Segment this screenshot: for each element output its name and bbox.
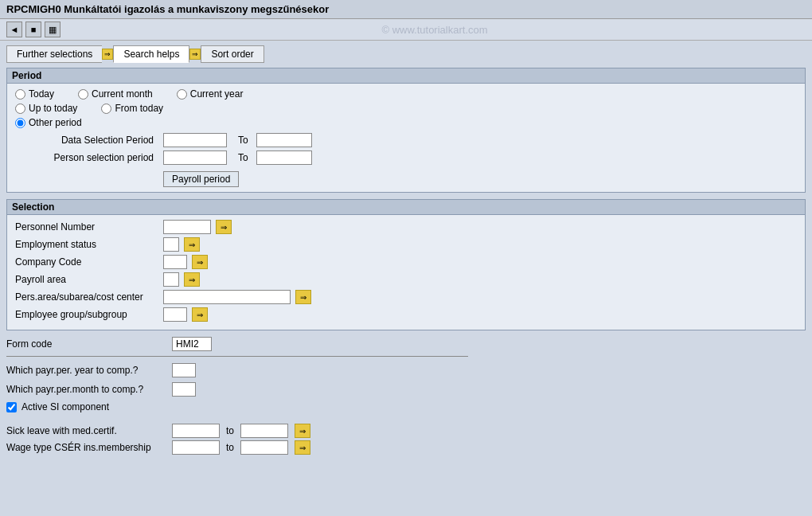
active-si-checkbox[interactable] xyxy=(6,402,17,412)
radio-up-to-today[interactable] xyxy=(15,104,25,114)
separator-line xyxy=(6,356,468,357)
search-helps-label: Search helps xyxy=(123,49,179,60)
main-content: Further selections ⇒ Search helps ⇒ Sort… xyxy=(0,41,812,462)
tab-sort-order[interactable]: Sort order xyxy=(201,45,264,63)
selection-section-title: Selection xyxy=(7,200,805,215)
further-selections-label: Further selections xyxy=(17,49,92,60)
employee-group-arrow[interactable]: ⇒ xyxy=(192,307,208,322)
period-section: Period Today Current month Current year xyxy=(6,68,806,193)
other-period-row: Other period xyxy=(15,117,797,128)
pers-area-input[interactable] xyxy=(163,290,291,304)
forward-icon[interactable]: ■ xyxy=(25,22,41,37)
selection-section-body: Personnel Number ⇒ Employment status ⇒ C… xyxy=(7,215,805,330)
tab-arrow-2: ⇒ xyxy=(189,49,201,60)
employment-status-arrow[interactable]: ⇒ xyxy=(184,237,200,252)
company-code-arrow[interactable]: ⇒ xyxy=(192,255,208,269)
data-selection-from-input[interactable] xyxy=(163,133,227,147)
which-year-row: Which payr.per. year to comp.? xyxy=(6,363,806,377)
company-code-label: Company Code xyxy=(15,256,158,268)
data-selection-period-row: Data Selection Period To xyxy=(31,133,797,147)
radio-today[interactable] xyxy=(15,89,25,100)
sick-leave-arrow[interactable]: ⇒ xyxy=(295,424,310,438)
active-si-row: Active SI component xyxy=(6,401,806,412)
wage-type-from-input[interactable] xyxy=(172,440,220,455)
period-section-title: Period xyxy=(7,68,805,84)
employment-status-row: Employment status ⇒ xyxy=(15,237,797,252)
personnel-number-arrow[interactable]: ⇒ xyxy=(216,220,232,234)
period-radio-row-1: Today Current month Current year xyxy=(15,88,797,100)
data-selection-period-label: Data Selection Period xyxy=(31,135,158,146)
period-radio-row-2: Up to today From today xyxy=(15,103,797,114)
radio-from-today[interactable] xyxy=(101,104,111,114)
form-code-row: Form code xyxy=(6,337,806,351)
radio-up-to-today-label[interactable]: Up to today xyxy=(15,103,77,114)
form-code-label: Form code xyxy=(6,338,166,350)
radio-other-period-label[interactable]: Other period xyxy=(15,117,82,128)
payroll-area-arrow[interactable]: ⇒ xyxy=(184,272,200,287)
wage-type-row: Wage type CSÉR ins.membership to ⇒ xyxy=(6,440,806,455)
data-selection-to-input[interactable] xyxy=(256,133,312,147)
payroll-area-input[interactable] xyxy=(163,272,179,287)
employee-group-row: Employee group/subgroup ⇒ xyxy=(15,307,797,322)
watermark-text: © www.tutorialkart.com xyxy=(64,24,806,36)
period-section-body: Today Current month Current year Up to t… xyxy=(7,84,805,192)
which-month-input[interactable] xyxy=(172,382,196,397)
back-icon[interactable]: ◄ xyxy=(6,22,22,37)
radio-other-period[interactable] xyxy=(15,118,25,128)
company-code-row: Company Code ⇒ xyxy=(15,255,797,269)
employee-group-label: Employee group/subgroup xyxy=(15,309,158,320)
pers-area-arrow[interactable]: ⇒ xyxy=(295,290,311,304)
period-fields: Data Selection Period To Person selectio… xyxy=(31,133,797,187)
sick-leave-from-input[interactable] xyxy=(172,424,220,438)
selection-section: Selection Personnel Number ⇒ Employment … xyxy=(6,199,806,330)
employment-status-input[interactable] xyxy=(163,237,179,252)
wage-type-to-input[interactable] xyxy=(240,440,288,455)
sick-leave-to-input[interactable] xyxy=(240,424,288,438)
personnel-number-row: Personnel Number ⇒ xyxy=(15,220,797,234)
person-selection-period-row: Person selection period To xyxy=(31,150,797,165)
tab-bar: Further selections ⇒ Search helps ⇒ Sort… xyxy=(6,45,806,63)
sick-leave-to-label: to xyxy=(226,425,234,436)
radio-current-year-label[interactable]: Current year xyxy=(177,88,244,100)
wage-type-label: Wage type CSÉR ins.membership xyxy=(6,442,166,453)
which-month-row: Which payr.per.month to comp.? xyxy=(6,382,806,397)
tab-further-selections[interactable]: Further selections xyxy=(6,45,102,63)
wage-type-to-label: to xyxy=(226,442,234,453)
radio-current-month-label[interactable]: Current month xyxy=(78,88,153,100)
active-si-label: Active SI component xyxy=(21,401,109,412)
person-selection-to-input[interactable] xyxy=(256,150,312,165)
window-title: RPCMIGH0 Munkáltatói igazolás a munkavis… xyxy=(6,3,329,15)
save-icon[interactable]: ▦ xyxy=(45,22,61,37)
wage-type-arrow[interactable]: ⇒ xyxy=(295,440,310,455)
company-code-input[interactable] xyxy=(163,255,187,269)
person-selection-period-label: Person selection period xyxy=(31,152,158,163)
which-month-label: Which payr.per.month to comp.? xyxy=(6,384,166,395)
radio-current-month[interactable] xyxy=(78,89,88,100)
payroll-area-row: Payroll area ⇒ xyxy=(15,272,797,287)
sick-leave-label: Sick leave with med.certif. xyxy=(6,425,166,436)
payroll-area-label: Payroll area xyxy=(15,274,158,285)
title-bar: RPCMIGH0 Munkáltatói igazolás a munkavis… xyxy=(0,0,812,19)
payroll-period-button[interactable]: Payroll period xyxy=(163,171,239,187)
data-sel-to-label: To xyxy=(238,135,248,146)
employee-group-input[interactable] xyxy=(163,307,187,322)
toolbar: ◄ ■ ▦ © www.tutorialkart.com xyxy=(0,19,812,41)
radio-today-label[interactable]: Today xyxy=(15,88,54,100)
sort-order-label: Sort order xyxy=(211,49,253,60)
which-year-input[interactable] xyxy=(172,363,196,377)
form-code-input[interactable] xyxy=(172,337,212,351)
radio-current-year[interactable] xyxy=(177,89,187,100)
tab-arrow-1: ⇒ xyxy=(102,49,113,60)
radio-from-today-label[interactable]: From today xyxy=(101,103,163,114)
personnel-number-input[interactable] xyxy=(163,220,211,234)
employment-status-label: Employment status xyxy=(15,239,158,250)
sick-leave-row: Sick leave with med.certif. to ⇒ xyxy=(6,424,806,438)
pers-area-row: Pers.area/subarea/cost center ⇒ xyxy=(15,290,797,304)
which-year-label: Which payr.per. year to comp.? xyxy=(6,365,166,376)
person-selection-from-input[interactable] xyxy=(163,150,227,165)
person-sel-to-label: To xyxy=(238,152,248,163)
tab-search-helps[interactable]: Search helps xyxy=(113,45,189,63)
personnel-number-label: Personnel Number xyxy=(15,221,158,233)
pers-area-label: Pers.area/subarea/cost center xyxy=(15,291,158,303)
